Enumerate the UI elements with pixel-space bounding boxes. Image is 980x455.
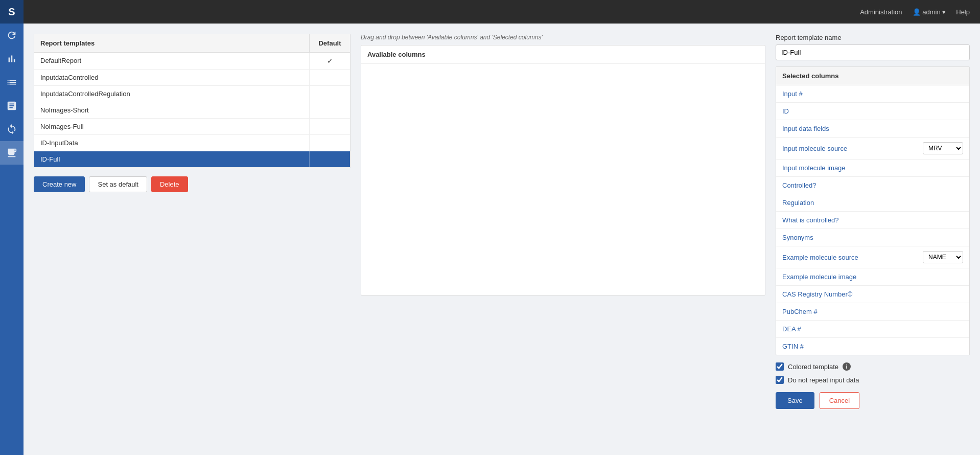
available-columns-header: Available columns <box>361 46 765 64</box>
top-navigation: Administration 👤 admin ▾ Help <box>0 0 980 24</box>
col-header-default: Default <box>309 34 350 52</box>
selected-columns-box: Selected columns Input #IDInput data fie… <box>776 66 970 355</box>
do-not-repeat-row: Do not repeat input data <box>776 376 970 384</box>
colored-template-label: Colored template <box>788 363 838 371</box>
col-name: Input molecule image <box>782 164 963 172</box>
template-row-name: NoImages-Short <box>34 102 309 118</box>
template-row[interactable]: DefaultReport ✓ <box>34 53 350 70</box>
available-columns-box[interactable]: Available columns <box>361 45 765 295</box>
col-name: Controlled? <box>782 181 963 189</box>
col-name: Input molecule source <box>782 145 918 152</box>
do-not-repeat-checkbox[interactable] <box>776 376 784 384</box>
col-name: Example molecule source <box>782 254 918 261</box>
template-row[interactable]: ID-Full <box>34 151 350 168</box>
col-source-select[interactable]: NAMEMRVSMILES <box>923 251 963 263</box>
template-row-name: ID-InputData <box>34 135 309 151</box>
col-source-select[interactable]: MRVSMILESInChI <box>923 142 963 154</box>
template-rows-container: DefaultReport ✓ InputdataControlled Inpu… <box>34 53 350 168</box>
template-row-name: ID-Full <box>34 151 309 167</box>
selected-col-row: PubChem # <box>776 303 969 321</box>
main-content: Report templates Default DefaultReport ✓… <box>24 24 980 455</box>
selected-col-row: DEA # <box>776 321 969 338</box>
report-templates-panel: Report templates Default DefaultReport ✓… <box>34 34 351 445</box>
sidebar-item-refresh[interactable] <box>0 24 24 47</box>
template-row[interactable]: InputdataControlled <box>34 70 350 86</box>
app-logo: S <box>0 0 24 24</box>
action-buttons: Save Cancel <box>776 392 970 409</box>
selected-col-row: Example molecule source NAMEMRVSMILES <box>776 246 969 268</box>
selected-col-row: Example molecule image <box>776 268 969 286</box>
template-row-name: NoImages-Full <box>34 119 309 134</box>
sidebar: S <box>0 0 24 455</box>
set-as-default-button[interactable]: Set as default <box>89 176 147 192</box>
admin-dropdown-icon: ▾ <box>942 8 946 16</box>
administration-link[interactable]: Administration <box>860 8 902 16</box>
save-button[interactable]: Save <box>776 392 814 409</box>
colored-template-info-icon[interactable]: i <box>843 362 851 371</box>
col-name: Example molecule image <box>782 273 963 281</box>
template-row-default <box>309 102 350 118</box>
selected-col-row: Controlled? <box>776 177 969 194</box>
cancel-button[interactable]: Cancel <box>820 392 859 409</box>
do-not-repeat-label: Do not repeat input data <box>788 376 859 384</box>
template-row[interactable]: NoImages-Short <box>34 102 350 119</box>
available-columns-panel: Drag and drop between 'Available columns… <box>361 34 765 445</box>
templates-table: Report templates Default DefaultReport ✓… <box>34 34 351 168</box>
sidebar-item-tasks[interactable] <box>0 94 24 118</box>
sidebar-item-chart[interactable] <box>0 47 24 71</box>
col-name: DEA # <box>782 325 963 333</box>
selected-col-row: ID <box>776 103 969 120</box>
default-checkmark: ✓ <box>327 57 333 65</box>
col-name: ID <box>782 107 963 115</box>
colored-template-checkbox[interactable] <box>776 362 784 371</box>
bottom-options: Colored template i Do not repeat input d… <box>776 362 970 384</box>
selected-col-row: Input molecule image <box>776 160 969 177</box>
template-row[interactable]: ID-InputData <box>34 135 350 151</box>
col-name: What is controlled? <box>782 216 963 224</box>
create-new-button[interactable]: Create new <box>34 176 85 192</box>
col-name: CAS Registry Number© <box>782 290 963 298</box>
template-row-name: InputdataControlledRegulation <box>34 86 309 102</box>
delete-button[interactable]: Delete <box>151 176 188 192</box>
help-link[interactable]: Help <box>956 8 970 16</box>
template-row-default <box>309 86 350 102</box>
template-name-input[interactable] <box>776 44 970 60</box>
selected-col-row: CAS Registry Number© <box>776 286 969 303</box>
col-with-select: Input molecule source MRVSMILESInChI <box>782 142 963 154</box>
col-header-name: Report templates <box>34 34 309 52</box>
col-name: Input # <box>782 90 963 98</box>
drag-hint: Drag and drop between 'Available columns… <box>361 34 765 41</box>
selected-col-row: Input data fields <box>776 120 969 138</box>
sidebar-item-list[interactable] <box>0 71 24 94</box>
template-row[interactable]: InputdataControlledRegulation <box>34 86 350 102</box>
template-row-name: InputdataControlled <box>34 70 309 85</box>
col-name: Input data fields <box>782 125 963 132</box>
selected-col-row: Input # <box>776 85 969 103</box>
template-row-name: DefaultReport <box>34 53 309 69</box>
col-name: GTIN # <box>782 343 963 350</box>
col-name: Synonyms <box>782 234 963 241</box>
admin-menu[interactable]: 👤 admin ▾ <box>913 8 946 16</box>
colored-template-row: Colored template i <box>776 362 970 371</box>
template-row-default <box>309 135 350 151</box>
template-row-default <box>309 119 350 134</box>
selected-col-row: Synonyms <box>776 229 969 246</box>
sidebar-item-sync[interactable] <box>0 118 24 141</box>
selected-col-row: What is controlled? <box>776 212 969 229</box>
template-row-default <box>309 70 350 85</box>
admin-icon: 👤 <box>913 8 921 16</box>
selected-col-row: Regulation <box>776 194 969 212</box>
template-buttons: Create new Set as default Delete <box>34 176 351 192</box>
template-row[interactable]: NoImages-Full <box>34 119 350 135</box>
col-name: Regulation <box>782 199 963 207</box>
template-row-default <box>309 151 350 167</box>
template-name-label: Report template name <box>776 34 970 41</box>
selected-cols-container: Input #IDInput data fields Input molecul… <box>776 85 969 355</box>
selected-col-row: GTIN # <box>776 338 969 355</box>
col-with-select: Example molecule source NAMEMRVSMILES <box>782 251 963 263</box>
selected-col-row: Input molecule source MRVSMILESInChI <box>776 138 969 160</box>
right-panel: Report template name Selected columns In… <box>776 34 970 445</box>
sidebar-item-reports[interactable] <box>0 141 24 165</box>
col-name: PubChem # <box>782 308 963 315</box>
template-row-default: ✓ <box>309 53 350 69</box>
